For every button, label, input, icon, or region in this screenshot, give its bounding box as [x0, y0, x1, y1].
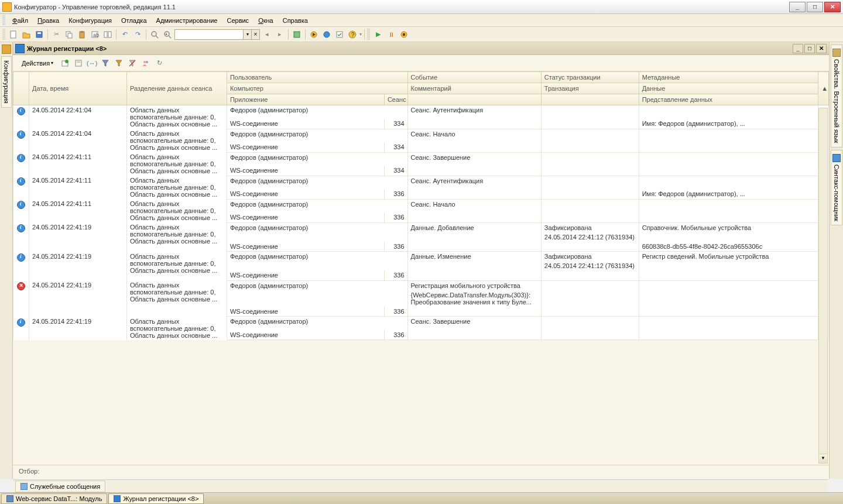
actions-menu[interactable]: Действия▾ — [18, 57, 57, 69]
filter-off-icon[interactable] — [126, 57, 138, 69]
interval-icon[interactable]: (↔) — [86, 57, 98, 69]
info-icon — [17, 177, 25, 186]
col-transaction-header[interactable]: Транзакция — [541, 83, 639, 94]
debug-pause-icon[interactable]: ⏸ — [385, 29, 397, 40]
find-icon[interactable]: ab — [89, 29, 101, 40]
syntax-helper-tab[interactable]: Синтакс-помощник — [831, 150, 842, 225]
col-user-header[interactable]: Пользователь — [227, 72, 407, 83]
col-app-header[interactable]: Приложение — [227, 94, 384, 105]
cut-icon[interactable]: ✂ — [50, 29, 62, 40]
svg-point-31 — [146, 61, 148, 63]
redo-icon[interactable]: ↷ — [132, 29, 143, 40]
scroll-down-button[interactable]: ▼ — [819, 454, 827, 463]
table-row[interactable]: 24.05.2014 22:41:19Область данных вспомо… — [13, 280, 829, 290]
debug-start-icon[interactable] — [308, 29, 320, 40]
info-icon — [17, 318, 25, 327]
svg-point-19 — [324, 32, 330, 37]
col-comment-header[interactable]: Комментарий — [407, 83, 541, 94]
col-blank-header[interactable] — [407, 94, 541, 105]
minimize-button[interactable]: _ — [789, 2, 806, 12]
properties-tab[interactable]: Свойства. Встроенный язык — [831, 44, 842, 148]
actions-bar: Действия▾ (↔) ↻ — [13, 55, 829, 71]
col-data-header[interactable]: Данные — [639, 83, 818, 94]
inner-maximize-button[interactable]: □ — [804, 44, 815, 53]
config-rail-icon[interactable] — [2, 44, 11, 54]
col-session-header[interactable]: Сеанс — [384, 94, 407, 105]
paste-icon[interactable] — [76, 29, 88, 40]
table-row[interactable]: 24.05.2014 22:41:04Область данных вспомо… — [13, 105, 829, 116]
messages-icon — [20, 483, 28, 490]
menu-debug[interactable]: Отладка — [116, 15, 151, 26]
open-icon[interactable] — [20, 29, 32, 40]
scrollbar-vertical[interactable]: ▼ — [818, 108, 828, 464]
inner-minimize-button[interactable]: _ — [793, 44, 803, 53]
menu-config[interactable]: Конфигурация — [64, 15, 116, 26]
help-icon[interactable]: ? — [347, 29, 358, 40]
col-separation-header[interactable]: Разделение данных сеанса — [126, 72, 227, 105]
service-messages-tab[interactable]: Служебные сообщения — [15, 481, 105, 492]
maximize-button[interactable]: □ — [807, 2, 823, 12]
col-metadata-header[interactable]: Метаданные — [639, 72, 818, 83]
inner-titlebar: Журнал регистрации <8> _ □ ✕ — [13, 42, 829, 55]
reload-icon[interactable]: ↻ — [153, 57, 165, 69]
close-button[interactable]: ✕ — [824, 2, 841, 12]
inner-close-button[interactable]: ✕ — [816, 44, 827, 53]
config-rail-tab[interactable]: Конфигурация — [1, 56, 12, 108]
menu-service[interactable]: Сервис — [222, 15, 253, 26]
undo-icon[interactable]: ↶ — [119, 29, 131, 40]
menubar-grip[interactable] — [2, 15, 5, 26]
config-tree-icon[interactable] — [291, 29, 303, 40]
table-row[interactable]: 24.05.2014 22:41:19Область данных вспомо… — [13, 252, 829, 262]
col-transstatus-header[interactable]: Статус транзакции — [541, 72, 639, 83]
svg-rect-6 — [81, 31, 83, 33]
search-clear[interactable]: × — [252, 29, 260, 40]
filter-icon[interactable] — [100, 57, 111, 69]
search-input[interactable] — [174, 29, 244, 40]
col-computer-header[interactable]: Компьютер — [227, 83, 407, 94]
table-row[interactable]: 24.05.2014 22:41:11Область данных вспомо… — [13, 199, 829, 210]
taskbar-item-log[interactable]: Журнал регистрации <8> — [108, 493, 204, 504]
search-next-icon[interactable]: ▸ — [274, 29, 286, 40]
zoom-icon[interactable]: + — [162, 29, 173, 40]
search-prev-icon[interactable]: ◂ — [261, 29, 273, 40]
col-event-header[interactable]: Событие — [407, 72, 541, 83]
new-document-icon[interactable] — [8, 29, 19, 40]
col-datetime-header[interactable]: Дата, время — [29, 72, 127, 105]
menu-help[interactable]: Справка — [278, 15, 313, 26]
toolbar-grip-2[interactable] — [367, 29, 370, 40]
open-log-icon[interactable] — [73, 57, 84, 69]
col-scroll-header[interactable]: ▲ — [818, 72, 829, 105]
toolbar: ✂ ab ↶ ↷ + ▾ × ◂ ▸ ? ▾ ▶ ⏸ — [0, 27, 843, 42]
debug-stop-icon[interactable] — [398, 29, 410, 40]
col-repr-header[interactable]: Представление данных — [639, 94, 818, 105]
table-row[interactable]: 24.05.2014 22:41:19Область данных вспомо… — [13, 222, 829, 232]
search-icon[interactable] — [149, 29, 160, 40]
table-row[interactable]: 24.05.2014 22:41:19Область данных вспомо… — [13, 317, 829, 328]
users-icon[interactable] — [140, 57, 152, 69]
taskbar-item-webservice[interactable]: Web-сервис DataT...: Модуль — [1, 493, 107, 504]
copy-icon[interactable] — [63, 29, 75, 40]
svg-rect-1 — [36, 32, 42, 37]
info-icon — [17, 253, 25, 262]
menu-file[interactable]: Файл — [8, 15, 33, 26]
menu-windows[interactable]: Окна — [253, 15, 278, 26]
syntax-check-icon[interactable] — [334, 29, 345, 40]
table-row[interactable]: 24.05.2014 22:41:11Область данных вспомо… — [13, 152, 829, 163]
debug-run-icon[interactable]: ▶ — [372, 29, 384, 40]
refresh-interval-icon[interactable] — [59, 57, 71, 69]
debug-step-icon[interactable] — [321, 29, 333, 40]
log-grid[interactable]: Дата, время Разделение данных сеанса Пол… — [13, 71, 829, 340]
compare-icon[interactable] — [102, 29, 114, 40]
table-row[interactable]: 24.05.2014 22:41:04Область данных вспомо… — [13, 129, 829, 140]
table-row[interactable]: 24.05.2014 22:41:11Область данных вспомо… — [13, 176, 829, 187]
svg-line-12 — [156, 36, 158, 38]
filter-current-icon[interactable] — [113, 57, 125, 69]
info-icon — [17, 201, 25, 209]
menu-edit[interactable]: Правка — [33, 15, 64, 26]
menu-admin[interactable]: Администрирование — [152, 15, 222, 26]
save-icon[interactable] — [33, 29, 45, 40]
col-icon-header[interactable] — [13, 72, 29, 105]
search-dropdown[interactable]: ▾ — [244, 29, 252, 40]
toolbar-grip-1[interactable] — [2, 29, 5, 40]
col-blank-header2[interactable] — [541, 94, 639, 105]
